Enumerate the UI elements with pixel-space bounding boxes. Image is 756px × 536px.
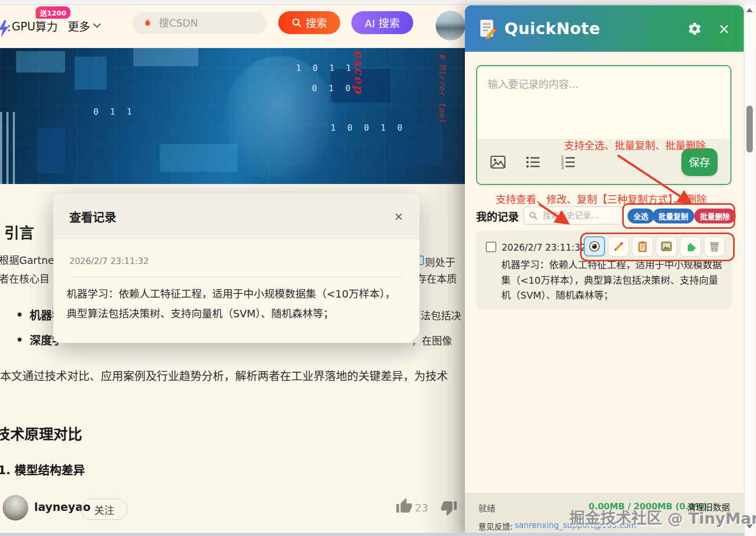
banner-binary-text: 1 0 0 1 0: [331, 123, 406, 133]
gpu-promo-badge: 送1200: [36, 6, 70, 19]
nav-gpu-power[interactable]: GPU算力: [12, 18, 58, 34]
feedback-label: 意见反馈:: [478, 521, 513, 532]
annotation-batch-features: 支持全选、批量复制、批量删除: [564, 138, 706, 152]
panel-drop-shadow: [421, 48, 465, 536]
banner-barcode: [0, 112, 18, 184]
modal-title: 查看记录: [69, 207, 116, 225]
banner-face-artwork: [224, 56, 336, 181]
scrollbar-up-arrow[interactable]: [746, 8, 753, 12]
topbar-search-box[interactable]: [132, 12, 267, 34]
search-icon: [292, 18, 302, 28]
modal-record-content: 机器学习：依赖人工特征工程，适用于中小规模数据集（<10万样本），典型算法包括决…: [67, 284, 404, 324]
ai-search-button[interactable]: AI 搜索: [351, 11, 413, 34]
browser-top-edge: [0, 0, 756, 5]
panel-close-icon[interactable]: ×: [718, 21, 730, 37]
scrollbar-thumb[interactable]: [746, 106, 753, 153]
numbered-list-icon[interactable]: 1 2 3: [560, 154, 576, 170]
search-button-label: 搜索: [306, 15, 327, 30]
modal-timestamp: 2026/2/7 23:11:32: [69, 256, 149, 266]
browser-bottom-edge: [0, 533, 744, 536]
csdn-logo-icon[interactable]: [0, 19, 11, 38]
bullet-list-icon[interactable]: [525, 154, 541, 170]
article-text-line: 根据Gartne: [0, 252, 54, 267]
search-button[interactable]: 搜索: [278, 11, 340, 34]
view-record-modal: 查看记录 × 2026/2/7 23:11:32 机器学习：依赖人工特征工程，适…: [53, 194, 420, 343]
thumbs-up-icon[interactable]: [396, 498, 413, 515]
annotation-arrow-to-batch-buttons: [613, 150, 698, 210]
modal-close-icon[interactable]: ×: [394, 210, 404, 223]
insert-image-icon[interactable]: [490, 154, 506, 170]
my-records-title: 我的记录: [476, 209, 519, 224]
annotation-box-record-actions: [580, 233, 735, 261]
search-input[interactable]: [158, 17, 251, 29]
quicknote-title: QuickNote: [504, 19, 600, 38]
annotation-arrow-to-record-actions: [535, 201, 580, 230]
record-content[interactable]: 机器学习：依赖人工特征工程，适用于中小规模数据集（<10万样本），典型算法包括决…: [501, 258, 726, 303]
banner-red-code-text: excep: [352, 50, 366, 94]
author-avatar[interactable]: [3, 495, 28, 521]
quicknote-header: QuickNote ×: [465, 5, 744, 52]
nav-more[interactable]: 更多: [68, 18, 90, 34]
ai-search-label: AI 搜索: [365, 15, 400, 30]
intro-heading: 引言: [4, 221, 34, 243]
banner-binary-text: 1 0 1 1: [296, 63, 354, 73]
status-ready: 就绪: [478, 501, 495, 514]
model-structure-subheading: 1. 模型结构差异: [0, 460, 85, 477]
article-paragraph: 本文通过技术对比、应用案例及行业趋势分析，解析两者在工业界落地的关键差异，为技术: [0, 367, 465, 383]
record-checkbox[interactable]: [486, 242, 496, 252]
settings-gear-icon[interactable]: [687, 21, 702, 36]
banner-binary-text: 0 1 1: [93, 107, 135, 117]
compare-heading: 技术原理对比: [0, 423, 82, 444]
chevron-down-icon: [93, 22, 101, 29]
svg-text:3: 3: [561, 165, 564, 170]
quicknote-logo-icon: [479, 18, 497, 39]
modal-divider: [69, 277, 404, 277]
browser-scrollbar[interactable]: [744, 4, 755, 536]
note-editor-placeholder: 输入要记录的内容...: [488, 76, 578, 91]
record-timestamp: 2026/2/7 23:11:32: [502, 242, 586, 253]
article-banner-image: 1 0 1 1 0 1 0 1 0 0 1 0 0 1 1 excep # Mi…: [0, 48, 465, 184]
flame-icon: [143, 17, 152, 29]
quicknote-panel: QuickNote × 输入要记录的内容... 1 2 3: [465, 5, 744, 536]
modal-corner-fold: [410, 333, 420, 343]
user-avatar[interactable]: [436, 11, 465, 41]
watermark-text: 掘金技术社区 @ TinyManta: [569, 506, 756, 528]
follow-button[interactable]: 关注: [81, 499, 127, 520]
banner-binary-text: 0 1 0: [312, 83, 353, 93]
article-text-line: 者在核心目: [0, 271, 50, 285]
modal-header: 查看记录 ×: [53, 194, 420, 239]
